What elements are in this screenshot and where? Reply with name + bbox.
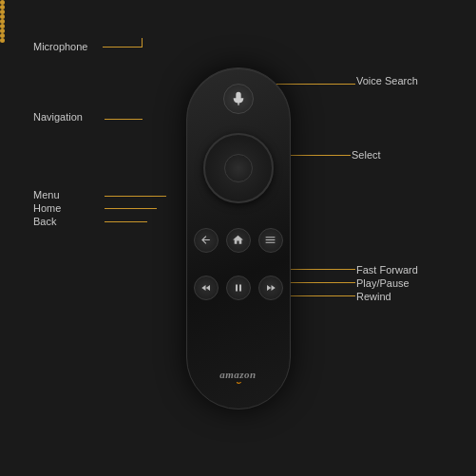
menu-icon: [264, 234, 276, 246]
microphone-button[interactable]: [223, 84, 254, 114]
microphone-label: Microphone: [33, 41, 87, 52]
home-line: [105, 208, 157, 209]
home-button[interactable]: [226, 228, 251, 253]
play-pause-label: Play/Pause: [356, 277, 409, 289]
play-pause-button[interactable]: [226, 276, 251, 300]
fast-forward-label: Fast Forward: [356, 264, 418, 276]
rewind-icon: [200, 282, 212, 294]
menu-label: Menu: [33, 189, 60, 200]
back-label: Back: [33, 216, 56, 227]
rewind-line: [284, 295, 355, 296]
navigation-ring[interactable]: [203, 133, 274, 203]
amazon-logo: amazon ⌣: [219, 369, 256, 388]
back-line: [105, 221, 147, 222]
select-label: Select: [352, 149, 381, 161]
microphone-icon: [231, 91, 246, 106]
fast-forward-button[interactable]: [258, 276, 283, 300]
navigation-label: Navigation: [33, 111, 83, 123]
microphone-line-v: [142, 38, 143, 48]
rewind-dot: [0, 38, 5, 43]
back-icon: [200, 234, 212, 246]
fast-forward-line: [284, 269, 355, 270]
remote-body: amazon ⌣: [186, 67, 291, 409]
control-row: [194, 228, 283, 253]
menu-line: [105, 196, 166, 197]
voice-search-label: Voice Search: [356, 75, 418, 86]
home-icon: [232, 234, 244, 246]
play-pause-icon: [233, 282, 244, 294]
media-row: [194, 276, 283, 300]
navigation-line: [105, 119, 143, 120]
rewind-button[interactable]: [194, 276, 219, 300]
select-button[interactable]: [224, 154, 253, 182]
back-button[interactable]: [194, 228, 219, 253]
fast-forward-icon: [265, 282, 276, 294]
remote: amazon ⌣: [186, 67, 291, 409]
home-label: Home: [33, 202, 61, 214]
menu-button[interactable]: [258, 228, 283, 253]
rewind-label: Rewind: [356, 291, 391, 302]
microphone-line: [103, 47, 143, 48]
